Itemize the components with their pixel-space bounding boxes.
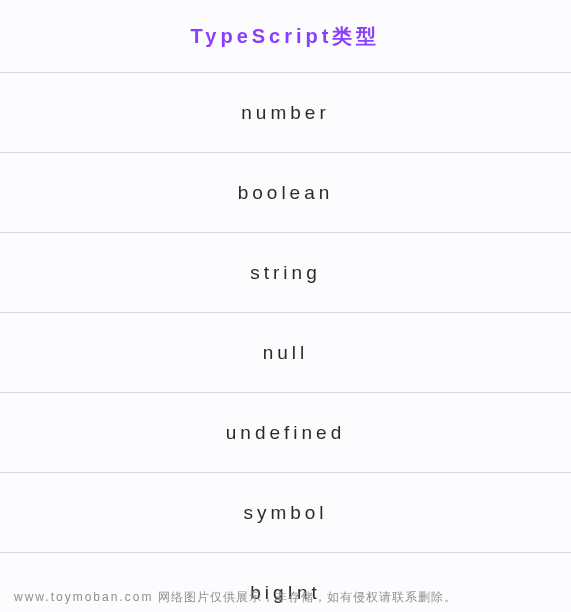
table-row: undefined [0,393,571,473]
type-cell: symbol [243,502,327,524]
table-row: null [0,313,571,393]
table-header-title: TypeScript类型 [191,23,381,50]
types-table: TypeScript类型 number boolean string null … [0,0,571,612]
watermark-text: www.toymoban.com 网络图片仅供展示，非存储，如有侵权请联系删除。 [14,589,457,606]
type-cell: string [250,262,320,284]
type-cell: null [263,342,309,364]
table-row: string [0,233,571,313]
table-row: number [0,73,571,153]
table-row: boolean [0,153,571,233]
type-cell: number [241,102,329,124]
watermark-domain: www.toymoban.com [14,590,153,604]
watermark-notice: 网络图片仅供展示，非存储，如有侵权请联系删除。 [153,590,456,604]
table-row: symbol [0,473,571,553]
table-header-row: TypeScript类型 [0,0,571,73]
type-cell: undefined [226,422,345,444]
type-cell: boolean [238,182,334,204]
